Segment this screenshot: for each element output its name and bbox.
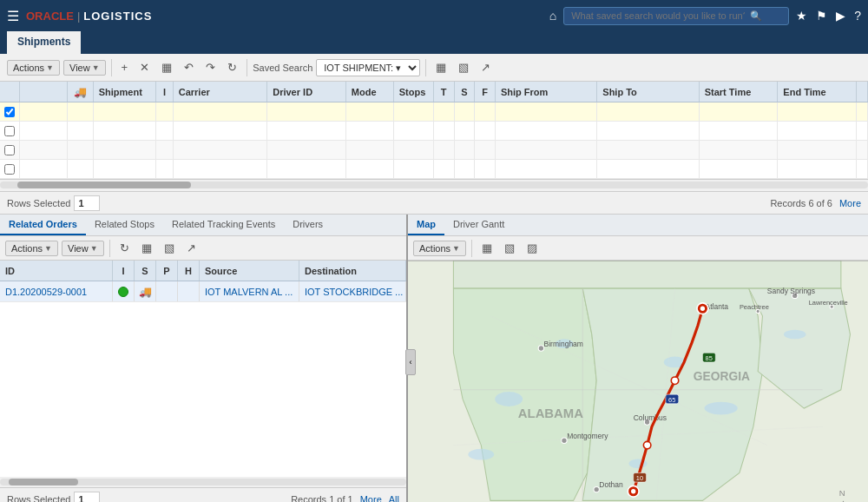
cell-i: [156, 102, 173, 121]
left-all-link[interactable]: All: [389, 494, 399, 503]
cell-driver-id: [267, 141, 346, 159]
undo-button[interactable]: ↶: [180, 58, 198, 76]
add-button[interactable]: +: [117, 58, 133, 76]
cell-checkbox[interactable]: [0, 102, 20, 121]
actions-button[interactable]: Actions ▼: [7, 60, 60, 76]
tab-related-orders[interactable]: Related Orders: [0, 215, 86, 235]
col-ship-to[interactable]: Ship To: [597, 82, 699, 102]
svg-text:Columbus: Columbus: [634, 413, 667, 422]
col-id[interactable]: [20, 82, 68, 102]
hamburger-menu-icon[interactable]: ☰: [7, 8, 19, 24]
redo-button[interactable]: ↷: [201, 58, 220, 76]
home-icon[interactable]: ⌂: [549, 9, 556, 23]
left-share-button[interactable]: ↗: [182, 239, 201, 257]
map-toolbar-sep: [471, 240, 472, 257]
map-container[interactable]: ALABAMA GEORGIA Birmingham Atlanta Montg…: [408, 261, 868, 502]
cell-carrier: [174, 160, 267, 178]
cell-checkbox[interactable]: [0, 122, 20, 140]
table-row[interactable]: [0, 160, 868, 179]
left-more-link[interactable]: More: [360, 494, 382, 503]
lg-col-i[interactable]: I: [113, 261, 135, 281]
tab-driver-gantt[interactable]: Driver Gantt: [444, 215, 513, 235]
col-checkbox: [0, 82, 20, 102]
svg-point-36: [700, 307, 705, 311]
left-scrollbar[interactable]: [0, 477, 406, 487]
cell-stops: [394, 122, 434, 140]
lg-col-h[interactable]: H: [178, 261, 200, 281]
left-rows-selected-count: 1: [74, 492, 100, 503]
map-tool-3[interactable]: ▨: [523, 239, 542, 257]
refresh-button[interactable]: ↻: [223, 58, 241, 76]
scroll-thumb[interactable]: [17, 182, 191, 188]
cell-f: [475, 160, 496, 178]
left-scroll-thumb[interactable]: [9, 479, 78, 485]
col-shipment[interactable]: Shipment: [94, 82, 157, 102]
rows-selected-count: 1: [74, 195, 100, 211]
lg-col-id[interactable]: ID: [0, 261, 113, 281]
rows-selected-label: Rows Selected: [7, 198, 70, 208]
svg-text:GEORGIA: GEORGIA: [694, 369, 750, 383]
left-grid: ID I S P H Source Destination D1.2020052…: [0, 261, 406, 477]
global-search-bar[interactable]: 🔍: [563, 7, 789, 25]
map-tool-1[interactable]: ▦: [477, 239, 496, 257]
cell-s: [455, 102, 476, 121]
cell-ship-from: [496, 141, 597, 159]
tab-related-tracking[interactable]: Related Tracking Events: [163, 215, 284, 235]
notification-icon[interactable]: ▶: [836, 9, 845, 23]
map-actions-button[interactable]: Actions ▼: [413, 241, 466, 256]
cell-checkbox[interactable]: [0, 141, 20, 159]
left-actions-button[interactable]: Actions ▼: [5, 241, 58, 256]
export-button[interactable]: ↗: [477, 58, 495, 76]
cell-order-id[interactable]: D1.20200529-0001: [0, 281, 113, 301]
left-refresh-button[interactable]: ↻: [115, 239, 134, 257]
col-end-time[interactable]: End Time: [778, 82, 857, 102]
left-view-button[interactable]: View ▼: [62, 241, 104, 256]
col-driver-id[interactable]: Driver ID: [267, 82, 346, 102]
col-i[interactable]: I: [156, 82, 173, 102]
search-input[interactable]: [571, 10, 745, 21]
table-row[interactable]: [0, 141, 868, 160]
tab-drivers[interactable]: Drivers: [284, 215, 332, 235]
col-stops[interactable]: Stops: [394, 82, 434, 102]
lg-col-p[interactable]: P: [156, 261, 178, 281]
left-export-button[interactable]: ▧: [160, 239, 179, 257]
more-link[interactable]: More: [839, 198, 861, 208]
tab-shipments[interactable]: Shipments: [7, 31, 81, 54]
lg-col-source[interactable]: Source: [200, 261, 299, 281]
view-button[interactable]: View ▼: [63, 60, 106, 76]
table-row[interactable]: [0, 122, 868, 141]
lg-col-destination[interactable]: Destination: [299, 261, 406, 281]
main-scrollbar[interactable]: [0, 182, 868, 192]
tab-map[interactable]: Map: [408, 215, 444, 235]
col-ship-from[interactable]: Ship From: [496, 82, 597, 102]
help-icon[interactable]: ?: [854, 9, 861, 23]
map-tool-2[interactable]: ▧: [500, 239, 519, 257]
svg-point-10: [468, 449, 494, 460]
panel-collapse-button[interactable]: ‹: [405, 349, 416, 375]
col-carrier[interactable]: Carrier: [174, 82, 267, 102]
saved-search-select[interactable]: IOT SHIPMENT: ▾: [316, 59, 420, 76]
cell-i: [156, 122, 173, 140]
star-icon[interactable]: ★: [796, 9, 807, 23]
col-f[interactable]: F: [475, 82, 496, 102]
cell-order-i: [113, 281, 135, 301]
cell-checkbox[interactable]: [0, 160, 20, 178]
col-mode[interactable]: Mode: [346, 82, 394, 102]
cell-order-source[interactable]: IOT MALVERN AL ...: [200, 281, 299, 301]
cell-start-time: [700, 160, 779, 178]
svg-point-8: [705, 402, 738, 415]
layout-button-1[interactable]: ▦: [431, 58, 450, 76]
col-s[interactable]: S: [455, 82, 476, 102]
cell-order-destination[interactable]: IOT STOCKBRIDGE ...: [299, 281, 406, 301]
duplicate-button[interactable]: ▦: [157, 58, 176, 76]
flag-icon[interactable]: ⚑: [816, 9, 827, 23]
tab-related-stops[interactable]: Related Stops: [86, 215, 163, 235]
layout-button-2[interactable]: ▧: [454, 58, 473, 76]
col-t[interactable]: T: [434, 82, 455, 102]
col-start-time[interactable]: Start Time: [700, 82, 779, 102]
lg-col-s[interactable]: S: [135, 261, 156, 281]
remove-button[interactable]: ✕: [135, 58, 154, 76]
table-row[interactable]: [0, 102, 868, 122]
list-item[interactable]: D1.20200529-0001 🚚 IOT MALVERN AL ... IO…: [0, 281, 406, 302]
left-grid-button[interactable]: ▦: [137, 239, 156, 257]
